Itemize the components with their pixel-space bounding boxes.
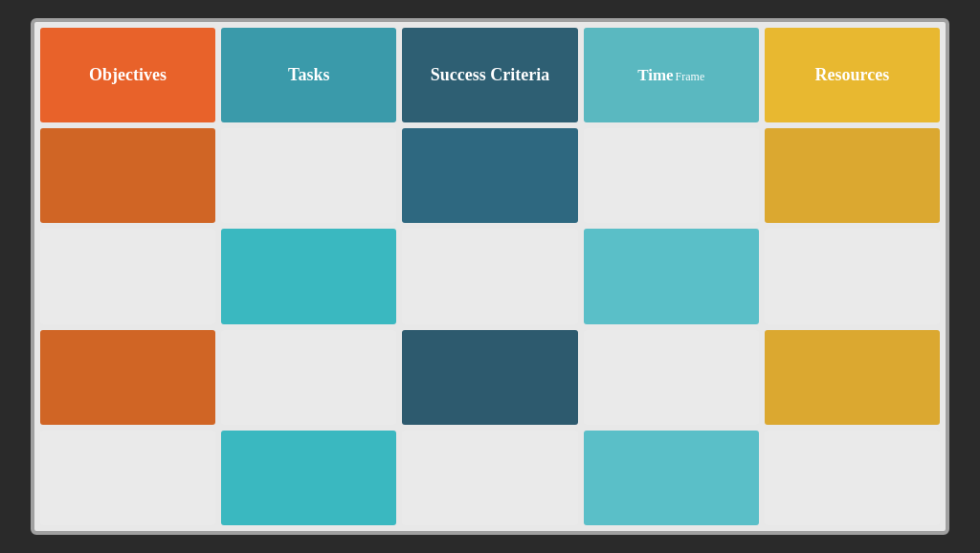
cell-r3c4 (584, 229, 759, 323)
cell-r5c4 (584, 431, 759, 525)
cell-r2c1 (40, 128, 215, 223)
header-timeframe-main: Time (637, 66, 673, 85)
cell-r2c3 (402, 128, 577, 223)
header-resources-label: Resources (815, 65, 890, 85)
cell-r5c2 (221, 431, 396, 525)
cell-r4c3 (402, 330, 577, 425)
header-objectives: Objectives (40, 28, 215, 122)
header-timeframe: Time Frame (584, 28, 759, 122)
header-success-criteria: Success Criteria (402, 28, 577, 122)
cell-r5c3 (402, 431, 577, 525)
cell-r4c1 (40, 330, 215, 425)
cell-r2c5 (765, 128, 940, 223)
cell-r5c1 (40, 431, 215, 525)
cell-r3c5 (765, 229, 940, 323)
cell-r3c1 (40, 229, 215, 323)
header-tasks-label: Tasks (288, 65, 329, 85)
cell-r2c4 (584, 128, 759, 223)
cell-r4c4 (584, 330, 759, 425)
cell-r4c2 (221, 330, 396, 425)
header-tasks: Tasks (221, 28, 396, 122)
smart-goals-board: Objectives Tasks Success Criteria Time F… (31, 18, 949, 535)
cell-r3c3 (402, 229, 577, 323)
cell-r3c2 (221, 229, 396, 323)
cell-r5c5 (765, 431, 940, 525)
header-success-criteria-label: Success Criteria (431, 65, 549, 85)
header-objectives-label: Objectives (89, 65, 167, 85)
header-timeframe-sub: Frame (676, 70, 705, 84)
header-timeframe-text: Time Frame (637, 66, 704, 85)
cell-r2c2 (221, 128, 396, 223)
cell-r4c5 (765, 330, 940, 425)
header-resources: Resources (765, 28, 940, 122)
